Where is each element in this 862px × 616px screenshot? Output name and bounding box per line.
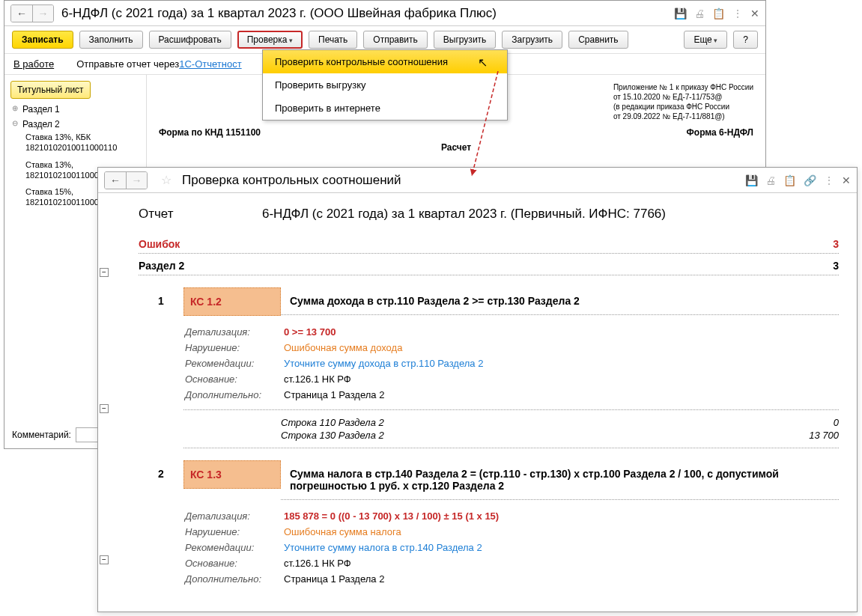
sidebar-section1[interactable]: ⊕Раздел 1 [10,102,140,117]
errors-count: 3 [833,238,839,250]
section-count: 3 [833,260,839,272]
decode-button[interactable]: Расшифровать [149,31,231,49]
comment-label: Комментарий: [12,430,71,440]
check-print-icon[interactable]: 🖨 [765,174,776,186]
ks1-badge: КС 1.2 [183,287,281,316]
send-button[interactable]: Отправить [363,31,428,49]
prilozh-block: Приложение № 1 к приказу ФНС России от 1… [613,82,753,121]
check-nav-forward-button[interactable]: → [126,172,147,189]
otchet-label: Отчет [139,207,262,222]
print-icon[interactable]: 🖨 [694,7,705,19]
close-icon[interactable]: ✕ [750,7,759,19]
errors-label: Ошибок [139,238,180,250]
ks1-desc: Сумма дохода в стр.110 Раздела 2 >= стр.… [281,287,839,315]
collapse-toggle-1[interactable]: − [100,268,109,277]
ks1-line-0: Строка 110 Раздела 20 [281,416,839,429]
nav-buttons: ← → [10,4,54,22]
ks2-violation: Ошибочная сумма налога [284,525,837,539]
status-label[interactable]: В работе [13,58,54,70]
check-body: − − − Отчет 6-НДФЛ (с 2021 года) за 1 кв… [98,193,857,612]
check-clip-icon[interactable]: 📋 [783,174,796,186]
fill-button[interactable]: Заполнить [79,31,143,49]
ks2-extra: Страница 1 Раздела 2 [284,572,837,586]
status-link[interactable]: 1С-Отчетност [179,58,241,70]
check-window: ← → ☆ Проверка контрольных соотношений 💾… [97,167,858,612]
ks2-badge: КС 1.3 [183,460,281,489]
check-save-icon[interactable]: 💾 [745,174,758,186]
help-button[interactable]: ? [733,31,758,49]
menu-check-internet[interactable]: Проверить в интернете [263,97,507,120]
save-button[interactable]: Записать [12,31,73,49]
ks1-num: 1 [139,287,183,307]
section-row: Раздел 2 3 [139,257,839,275]
titlebar: ← → 6-НДФЛ (с 2021 года) за 1 квартал 20… [4,1,765,26]
more-button[interactable]: Еще [684,31,727,49]
menu-check-export[interactable]: Проверить выгрузку [263,73,507,97]
ks1-line-1: Строка 130 Раздела 213 700 [281,429,839,442]
check-nav-back-button[interactable]: ← [105,172,126,189]
section-label: Раздел 2 [139,260,184,272]
sidebar-s2-item-0[interactable]: Ставка 13%, КБК 18210102010011000110 [10,132,140,153]
ks-block-2: 2 КС 1.3 Сумма налога в стр.140 Раздела … [139,460,839,588]
collapse-toggle-3[interactable]: − [100,555,109,564]
ks1-recommend[interactable]: Уточните сумму дохода в стр.110 Раздела … [284,356,837,370]
check-title: Проверка контрольных соотношений [177,173,745,188]
check-button[interactable]: Проверка [237,31,303,49]
compare-button[interactable]: Сравнить [568,31,628,49]
otchet-value: 6-НДФЛ (с 2021 года) за 1 квартал 2023 г… [262,207,666,222]
ks2-basis: ст.126.1 НК РФ [284,556,837,570]
collapse-toggle-2[interactable]: − [100,404,109,413]
errors-row: Ошибок 3 [139,235,839,254]
print-button[interactable]: Печать [309,31,357,49]
knd-label: Форма по КНД 1151100 [159,127,261,138]
otchet-row: Отчет 6-НДФЛ (с 2021 года) за 1 квартал … [139,207,839,222]
import-button[interactable]: Загрузить [502,31,562,49]
export-button[interactable]: Выгрузить [434,31,497,49]
ks2-detail: 185 878 = 0 ((0 - 13 700) х 13 / 100) ± … [284,509,837,523]
ks1-extra: Страница 1 Раздела 2 [284,388,837,402]
check-link-icon[interactable]: 🔗 [804,174,816,186]
star-icon[interactable]: ☆ [161,173,172,187]
sidebar-title-page[interactable]: Титульный лист [10,81,91,99]
ks1-detail: 0 >= 13 700 [284,325,837,339]
check-title-actions: 💾 🖨 📋 🔗 ⋮ ✕ [745,174,851,186]
more-icon[interactable]: ⋮ [732,7,743,19]
check-dropdown-menu: Проверить контрольные соотношения Провер… [262,49,508,121]
nav-back-button[interactable]: ← [11,5,32,22]
check-close-icon[interactable]: ✕ [842,174,851,186]
tree-gutter: − − − [100,268,113,602]
check-titlebar: ← → ☆ Проверка контрольных соотношений 💾… [98,168,857,193]
status-hint: Отправьте отчет через [76,58,179,70]
ks1-violation: Ошибочная сумма дохода [284,341,837,355]
ks2-recommend[interactable]: Уточните сумму налога в стр.140 Раздела … [284,540,837,555]
window-title: 6-НДФЛ (с 2021 года) за 1 квартал 2023 г… [61,6,674,21]
form-name: Форма 6-НДФЛ [687,127,753,138]
sidebar-section2[interactable]: ⊖Раздел 2 [10,117,140,132]
check-more-icon[interactable]: ⋮ [824,174,834,186]
raschet-label: Расчет [159,142,753,153]
save-icon[interactable]: 💾 [674,7,687,19]
ks-block-1: 1 КС 1.2 Сумма дохода в стр.110 Раздела … [139,287,839,448]
title-actions: 💾 🖨 📋 ⋮ ✕ [674,7,759,19]
clip-icon[interactable]: 📋 [712,7,725,19]
ks1-basis: ст.126.1 НК РФ [284,372,837,386]
ks2-num: 2 [139,460,183,480]
check-nav-buttons: ← → [104,171,148,189]
menu-check-ratios[interactable]: Проверить контрольные соотношения [263,50,507,73]
nav-forward-button[interactable]: → [32,5,53,22]
ks2-desc: Сумма налога в стр.140 Раздела 2 = (стр.… [281,460,839,500]
